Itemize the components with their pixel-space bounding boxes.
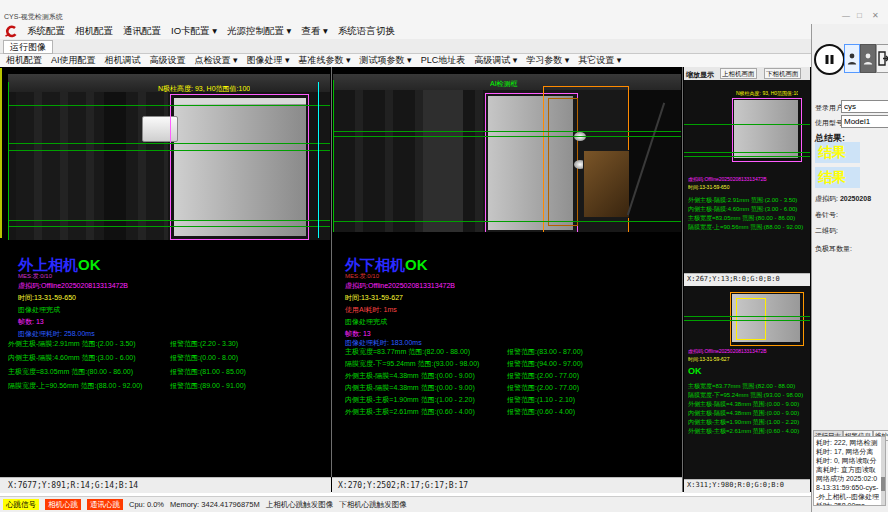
tab-count-label: 负极耳数量: [815, 244, 852, 254]
tab-run-image[interactable]: 运行图像 [3, 40, 53, 54]
baseline [684, 152, 810, 153]
qr-code-label: 二维码: [815, 226, 838, 236]
bottom-statusbar: 心跳信号 相机心跳 通讯心跳 Cpu: 0.0% Memory: 3424.41… [0, 496, 811, 512]
comm-heartbeat-badge: 通讯心跳 [87, 499, 123, 510]
panel-divider-2 [682, 67, 683, 492]
menu-view[interactable]: 查看 ▾ [301, 25, 327, 38]
measurement-value: 隔膜宽度-上=90.56mm 范围:(88.00 - 92.00) [8, 382, 142, 389]
baseline [8, 226, 330, 227]
time-line: 时间:13-31-59-650 [688, 184, 806, 190]
alarm-range: 报警范围:(2.00 - 77.00) [507, 371, 579, 381]
baseline [333, 136, 681, 137]
minimize-button[interactable]: — [842, 11, 850, 20]
edge-baseline [8, 82, 9, 240]
menu-light-config[interactable]: 光源控制配置 ▾ [227, 25, 291, 38]
toolbar: 相机配置 AI使用配置 相机调试 高级设置 点检设置 ▾ 图像处理 ▾ 基准线参… [0, 54, 817, 68]
log-scrollbar[interactable] [881, 437, 885, 505]
time-line: 时间:13-31-59-650 [18, 293, 76, 303]
measurement-value: 主极宽度=83.77mm 范围:(82.00 - 88.00) [345, 348, 470, 355]
measurement-line: 内侧主极-隔膜=4.38mm 范围:(0.00 - 9.00) [688, 409, 806, 418]
exit-button[interactable] [876, 44, 888, 73]
window-title: CYS-视觉检测系统 [4, 12, 63, 22]
virtual-code-value: 20250208 [840, 195, 871, 202]
ai-elapsed-line: 使用AI耗时: 1ms [345, 305, 397, 315]
pause-button[interactable] [814, 44, 845, 75]
tool-test-params[interactable]: 测试项参数 ▾ [360, 54, 412, 67]
cursor-readout: X:270;Y:2502;R:17;G:17;B:17 [338, 481, 468, 490]
measurement-line: 主极宽度=83.77mm 范围:(82.00 - 88.00) [688, 382, 806, 391]
lower-camera-trigger-status: 下相机心跳触发图像 [339, 500, 407, 510]
tool-spot-check[interactable]: 点检设置 ▾ [195, 54, 238, 67]
mes-counter: MES:发:0/10 [18, 272, 52, 281]
measurement-value: 外侧主极-主极=2.61mm 范围:(0.60 - 4.00) [345, 408, 475, 415]
virtual-code-field: 虚拟码: 20250208 [815, 194, 871, 204]
preview-upper-status: X:267;Y:13;R:0;G:0;B:0 [684, 273, 810, 287]
upper-camera-panel: N极柱高度: 93, H0范围值:100 外上相机OK MES:发:0/10 虚… [8, 68, 330, 477]
tool-camera-debug[interactable]: 相机调试 [105, 54, 141, 67]
machine-column [423, 90, 463, 232]
preview-upper-image[interactable]: N极柱高度: 93, H0范围值:100 虚拟码:Offline20250208… [684, 80, 810, 273]
measurement-row: 隔膜宽度-下=95.24mm 范围:(93.00 - 98.00)报警范围:(9… [345, 359, 693, 369]
lower-camera-image[interactable]: AI检测框 [333, 74, 681, 232]
menu-io-config[interactable]: IO卡配置 ▾ [171, 25, 217, 38]
user-icon [863, 52, 873, 66]
tool-advanced-debug[interactable]: 高级调试 ▾ [474, 54, 517, 67]
frame-count-line: 帧数: 13 [18, 317, 44, 327]
virtual-code-line: 虚拟码:Offline2025020813313472B [688, 176, 806, 182]
exit-door-icon [878, 51, 888, 66]
baseline [8, 143, 330, 144]
roi-rectangle [736, 298, 766, 340]
maximize-button[interactable]: □ [857, 11, 862, 20]
cpu-usage: Cpu: 0.0% [129, 500, 164, 509]
measurement-line: 内侧主极-隔膜:4.60mm 范围:(3.00 - 6.00) [688, 205, 806, 214]
measurement-row: 内侧主极-隔膜=4.38mm 范围:(0.00 - 9.00)报警范围:(2.0… [345, 383, 693, 393]
lower-camera-status: X:270;Y:2502;R:17;G:17;B:17 [332, 477, 682, 493]
tool-plc-table[interactable]: PLC地址表 [421, 54, 466, 67]
measurement-row: 外侧主极-隔膜:2.91mm 范围:(2.00 - 3.50)报警范围:(2.2… [8, 339, 330, 349]
alarm-range: 报警范围:(83.00 - 87.00) [507, 347, 583, 357]
measurement-row: 内侧主极-主极=1.90mm 范围:(1.00 - 2.20)报警范围:(1.1… [345, 395, 693, 405]
operator-button[interactable] [844, 44, 860, 73]
tab-upper-camera-view[interactable]: 上相机画面 [720, 68, 757, 79]
baseline [684, 124, 810, 125]
ai-box-label: AI检测框 [490, 79, 518, 89]
tool-ai-config[interactable]: AI使用配置 [51, 54, 96, 67]
measurement-line: 外侧主极-主极=2.61mm 范围:(0.60 - 4.00) [688, 427, 806, 436]
menu-comm-config[interactable]: 通讯配置 [123, 25, 161, 38]
tab-strip: 运行图像 [0, 39, 811, 54]
virtual-code-line: 虚拟码:Offline2025020813313472B [688, 348, 806, 354]
menu-camera-config[interactable]: 相机配置 [75, 25, 113, 38]
menu-language-switch[interactable]: 系统语言切换 [338, 25, 395, 38]
app-logo-icon [4, 25, 17, 38]
cursor-readout: X:311;Y:980;R:0;G:0;B:0 [687, 481, 784, 489]
measurement-row: 外侧主极-主极=2.61mm 范围:(0.60 - 4.00)报警范围:(0.6… [345, 407, 693, 417]
login-user-input[interactable] [841, 100, 888, 113]
measurement-row: 外侧主极-隔膜=4.38mm 范围:(0.00 - 9.00)报警范围:(2.0… [345, 371, 693, 381]
upper-camera-image[interactable]: N极柱高度: 93, H0范围值:100 [8, 74, 330, 240]
panel-divider-1 [331, 67, 332, 477]
preview-column: 缩放显示 上相机画面 下相机画面 N极柱高度: 93, H0范围值:100 虚拟… [684, 67, 810, 492]
close-button[interactable]: ✕ [872, 11, 879, 20]
tool-baseline-params[interactable]: 基准线参数 ▾ [299, 54, 351, 67]
scrollbar-thumb[interactable] [881, 477, 885, 491]
tab-lower-camera-view[interactable]: 下相机画面 [764, 68, 801, 79]
measurement-value: 外侧主极-隔膜:2.91mm 范围:(2.00 - 3.50) [8, 340, 136, 347]
model-input[interactable] [841, 115, 888, 128]
zoom-display-label: 缩放显示 [686, 70, 714, 80]
preview-lower-image[interactable]: 虚拟码:Offline2025020813313472B 时间:13-31-59… [684, 286, 810, 479]
admin-button[interactable] [860, 44, 876, 73]
roi-rectangle [170, 94, 309, 240]
menu-system-config[interactable]: 系统配置 [27, 25, 65, 38]
result-ok-label: OK [688, 366, 806, 376]
lower-camera-panel: AI检测框 外下相机OK MES:发:0/10 虚拟码:Offline20250… [333, 68, 681, 477]
tool-learning-params[interactable]: 学习参数 ▾ [526, 54, 569, 67]
preview-lower-status: X:311;Y:980;R:0;G:0;B:0 [684, 479, 810, 493]
measure-cursor-line [318, 82, 319, 238]
tool-other-settings[interactable]: 其它设置 ▾ [578, 54, 621, 67]
process-done-line: 图像处理完成 [18, 305, 60, 315]
tool-advanced-settings[interactable]: 高级设置 [150, 54, 186, 67]
tool-image-processing[interactable]: 图像处理 ▾ [247, 54, 290, 67]
alarm-range: 报警范围:(94.00 - 97.00) [507, 359, 583, 369]
tool-camera-config[interactable]: 相机配置 [6, 54, 42, 67]
edge-baseline [333, 80, 334, 232]
